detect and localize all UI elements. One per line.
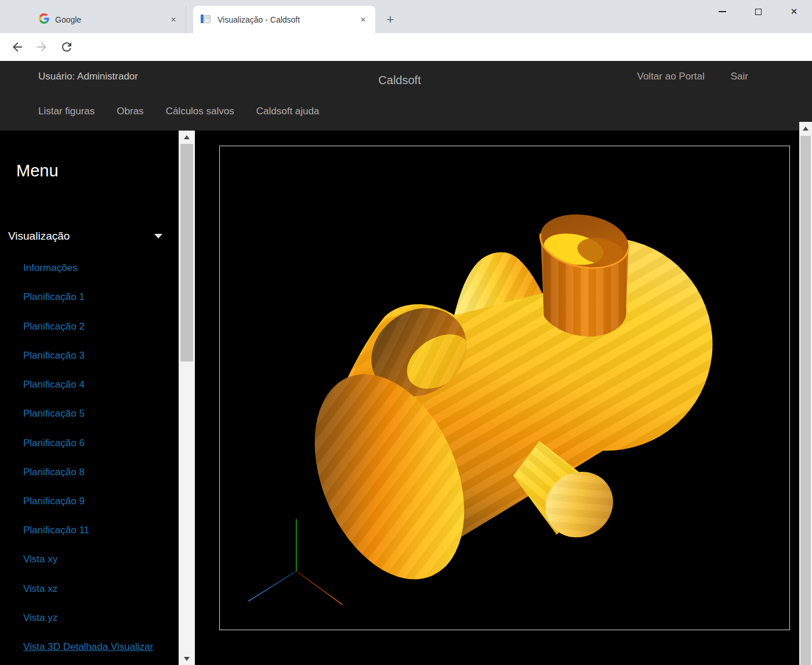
reload-icon[interactable] — [60, 40, 74, 54]
tab-title: Google — [55, 15, 168, 24]
arrow-up-icon — [184, 135, 190, 139]
sidebar-section-visualizacao[interactable]: Visualização — [8, 230, 171, 243]
maximize-button[interactable] — [740, 0, 776, 23]
scrollbar-thumb[interactable] — [180, 144, 193, 362]
logout-link[interactable]: Sair — [731, 71, 748, 82]
header-links: Voltar ao Portal Sair — [637, 71, 748, 82]
nav-listar-figuras[interactable]: Listar figuras — [38, 106, 95, 117]
chevron-down-icon[interactable] — [154, 234, 162, 238]
scroll-up-button[interactable] — [799, 122, 812, 135]
section-label: Visualização — [8, 230, 70, 242]
sidebar-link-vista-3d-detalhada[interactable]: Vista 3D Detalhada Visualizar — [23, 641, 153, 653]
page-scrollbar[interactable] — [799, 122, 812, 665]
app-header: Usuário: Administrador Caldsoft Voltar a… — [0, 61, 812, 131]
caldsoft-favicon — [200, 13, 212, 26]
sidebar-link-vista-yz[interactable]: Vista yz — [23, 612, 57, 624]
titlebar: Google ✕ Visualização - Caldsoft ✕ + ✕ — [0, 0, 812, 33]
scrollbar-thumb[interactable] — [800, 136, 811, 665]
window-controls: ✕ — [704, 0, 812, 23]
portal-link[interactable]: Voltar ao Portal — [637, 71, 705, 82]
sidebar-link-vista-xz[interactable]: Vista xz — [23, 583, 57, 595]
sidebar-link-planificacao-3[interactable]: Planificação 3 — [23, 350, 85, 362]
tab-caldsoft[interactable]: Visualização - Caldsoft ✕ — [193, 6, 375, 33]
viewer-frame — [219, 146, 790, 630]
forward-icon[interactable] — [35, 40, 49, 54]
back-icon[interactable] — [10, 40, 24, 54]
sidebar-link-planificacao-2[interactable]: Planificação 2 — [23, 321, 85, 332]
scroll-up-button[interactable] — [179, 131, 195, 143]
google-logo-icon — [39, 13, 49, 26]
axis-red — [296, 571, 343, 605]
sidebar-link-planificacao-9[interactable]: Planificação 9 — [23, 496, 85, 507]
sidebar-title: Menu — [16, 161, 59, 180]
scroll-down-button[interactable] — [179, 652, 195, 665]
sidebar-link-informacoes[interactable]: Informações — [23, 262, 78, 274]
sidebar-link-planificacao-11[interactable]: Planificação 11 — [23, 525, 89, 536]
close-window-button[interactable]: ✕ — [776, 0, 812, 23]
tab-google[interactable]: Google ✕ — [32, 6, 186, 33]
close-tab-icon[interactable]: ✕ — [168, 15, 179, 25]
close-icon: ✕ — [791, 6, 798, 17]
maximize-icon — [755, 9, 762, 15]
nav-caldsoft-ajuda[interactable]: Caldsoft ajuda — [256, 106, 320, 117]
model-canvas[interactable] — [220, 146, 789, 630]
arrow-up-icon — [803, 127, 809, 131]
axis-blue — [248, 571, 296, 601]
sidebar-link-vista-xy[interactable]: Vista xy — [23, 554, 57, 565]
page-content: Usuário: Administrador Caldsoft Voltar a… — [0, 61, 812, 665]
close-tab-icon[interactable]: ✕ — [358, 15, 368, 25]
nav-calculos-salvos[interactable]: Cálculos salvos — [166, 106, 234, 117]
minimize-icon — [719, 11, 726, 12]
nav-obras[interactable]: Obras — [117, 106, 143, 117]
axes-triad — [248, 519, 343, 605]
sidebar-link-planificacao-8[interactable]: Planificação 8 — [23, 467, 85, 478]
sidebar-scrollbar[interactable] — [179, 131, 195, 665]
sidebar-link-planificacao-6[interactable]: Planificação 6 — [23, 438, 85, 449]
sidebar-link-planificacao-4[interactable]: Planificação 4 — [23, 379, 85, 391]
arrow-down-icon — [184, 657, 190, 661]
tab-title: Visualização - Caldsoft — [217, 15, 358, 24]
toolbar: calculo.info/Calculo/Visualizar ☆ C ⋮ — [0, 33, 812, 61]
main-nav: Listar figuras Obras Cálculos salvos Cal… — [38, 106, 319, 117]
sidebar-link-planificacao-5[interactable]: Planificação 5 — [23, 408, 85, 420]
minimize-button[interactable] — [704, 0, 740, 23]
sidebar-link-planificacao-1[interactable]: Planificação 1 — [23, 291, 85, 303]
sidebar: Menu Visualização Informações Planificaç… — [0, 131, 179, 665]
new-tab-button[interactable]: + — [382, 12, 398, 28]
browser-window: Google ✕ Visualização - Caldsoft ✕ + ✕ — [0, 0, 812, 665]
vessel-top-nozzle — [536, 208, 633, 337]
